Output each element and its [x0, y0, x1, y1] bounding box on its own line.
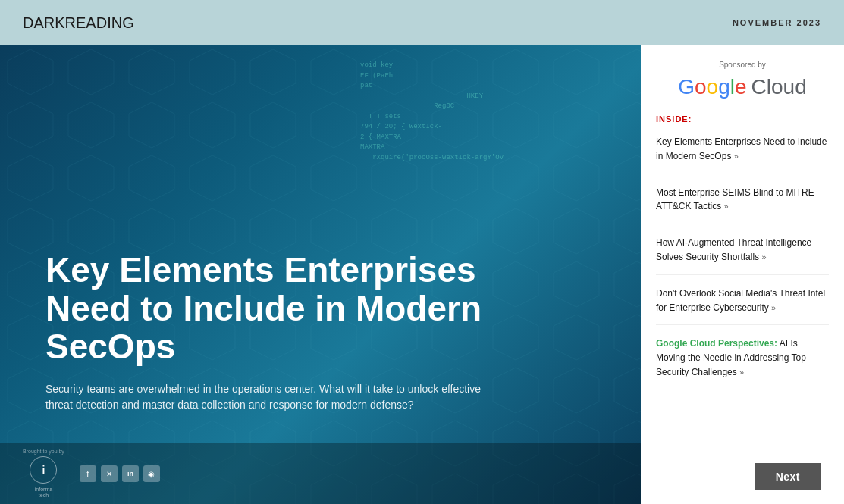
toc-prefix-5: Google Cloud Perspectives:: [656, 338, 777, 349]
sidebar: Sponsored by Google Cloud INSIDE: Key El…: [641, 45, 844, 504]
inside-label: INSIDE:: [656, 114, 829, 124]
toc-link-3[interactable]: How AI-Augmented Threat Intelligence Sol…: [656, 237, 811, 262]
rss-icon[interactable]: ◉: [143, 465, 160, 482]
facebook-icon[interactable]: f: [80, 465, 96, 482]
toc-item-1: Key Elements Enterprises Need to Include…: [656, 134, 829, 174]
toc-link-5[interactable]: Google Cloud Perspectives: AI Is Moving …: [656, 338, 806, 377]
toc-arrow-3: »: [761, 252, 766, 261]
header: DARKREADING NOVEMBER 2023: [0, 0, 844, 45]
informa-circle-icon: i: [30, 456, 57, 484]
cloud-text: Cloud: [751, 75, 807, 99]
social-icons-group: f ✕ in ◉: [80, 465, 160, 482]
toc-arrow-5: »: [739, 368, 744, 377]
toc-arrow-1: »: [734, 152, 739, 161]
toc-item-3: How AI-Augmented Threat Intelligence Sol…: [656, 235, 829, 275]
toc-link-1[interactable]: Key Elements Enterprises Need to Include…: [656, 136, 827, 161]
toc-arrow-2: »: [724, 202, 729, 211]
toc-item-5-sponsored: Google Cloud Perspectives: AI Is Moving …: [656, 336, 829, 389]
sponsored-by-label: Sponsored by: [656, 61, 829, 69]
toc-item-4: Don't Overlook Social Media's Threat Int…: [656, 286, 829, 326]
next-button[interactable]: Next: [755, 463, 821, 490]
toc-item-2: Most Enterprise SEIMS Blind to MITRE ATT…: [656, 185, 829, 225]
toc-text-1: Key Elements Enterprises Need to Include…: [656, 136, 827, 161]
google-text: Google: [678, 75, 746, 99]
site-logo[interactable]: DARKREADING: [23, 14, 134, 32]
cover-content: Key Elements Enterprises Need to Include…: [45, 251, 489, 413]
informa-logo: Brought to you by i informatech: [23, 449, 64, 499]
logo-bold: DARK: [23, 14, 65, 31]
toc-link-2[interactable]: Most Enterprise SEIMS Blind to MITRE ATT…: [656, 187, 814, 212]
brought-by-label: Brought to you by: [23, 449, 64, 454]
toc-text-3: How AI-Augmented Threat Intelligence Sol…: [656, 237, 811, 262]
informa-text-label: informatech: [35, 487, 52, 499]
issue-date: NOVEMBER 2023: [733, 18, 821, 27]
logo-thin: READING: [65, 14, 134, 31]
google-cloud-logo[interactable]: Google Cloud: [656, 75, 829, 99]
linkedin-icon[interactable]: in: [122, 465, 139, 482]
toc-text-2: Most Enterprise SEIMS Blind to MITRE ATT…: [656, 187, 814, 212]
toc-link-4[interactable]: Don't Overlook Social Media's Threat Int…: [656, 288, 825, 313]
main-layout: void key_ EF (PaEh pat HKEY RegOC T T se…: [0, 45, 844, 504]
cover-bottom-bar: Brought to you by i informatech f ✕ in ◉: [0, 443, 641, 504]
toc-text-4: Don't Overlook Social Media's Threat Int…: [656, 288, 825, 313]
cover-subtitle: Security teams are overwhelmed in the op…: [45, 381, 489, 413]
cover-title: Key Elements Enterprises Need to Include…: [45, 251, 489, 366]
toc-arrow-4: »: [771, 303, 776, 312]
twitter-icon[interactable]: ✕: [101, 465, 118, 482]
cover-section: void key_ EF (PaEh pat HKEY RegOC T T se…: [0, 45, 641, 504]
